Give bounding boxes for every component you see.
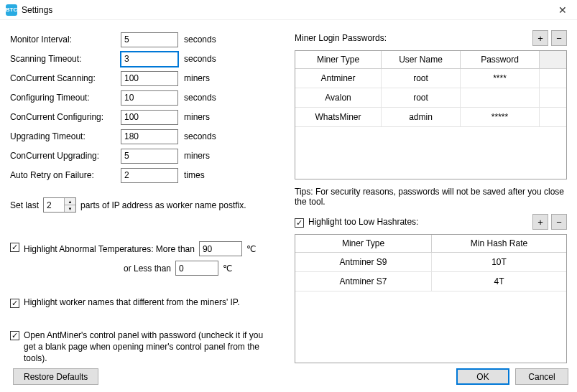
cancel-button[interactable]: Cancel	[515, 368, 568, 385]
highlight-low-hash-label: Highlight too Low Hashrates:	[308, 217, 418, 227]
login-header-blank	[540, 51, 566, 69]
setlast-spinner[interactable]: ▲ ▼	[43, 197, 76, 213]
upgrading-timeout-unit: seconds	[184, 131, 216, 141]
scanning-timeout-input[interactable]	[121, 52, 178, 67]
configuring-timeout-label: Configuring Timeout:	[10, 93, 121, 103]
upgrading-timeout-input[interactable]	[121, 129, 178, 144]
concurrent-scanning-label: ConCurrent Scanning:	[10, 73, 121, 83]
table-row: Antminer root ****	[295, 69, 566, 88]
table-row: Antminer S9 10T	[295, 253, 566, 272]
highlight-worker-checkbox[interactable]	[10, 299, 19, 308]
table-row: WhatsMiner admin *****	[295, 108, 566, 127]
concurrent-configuring-input[interactable]	[121, 110, 178, 125]
table-row: Antminer S7 4T	[295, 272, 566, 291]
monitor-interval-input[interactable]	[121, 32, 178, 47]
monitor-interval-label: Monitor Interval:	[10, 34, 121, 45]
login-header-type[interactable]: Miner Type	[295, 51, 382, 69]
hashrate-table[interactable]: Miner Type Min Hash Rate Antminer S9 10T…	[295, 234, 567, 363]
hash-remove-button[interactable]: −	[551, 214, 567, 230]
auto-retry-unit: times	[184, 170, 205, 180]
highlight-worker-label: Highlight worker names that different fr…	[24, 297, 240, 307]
concurrent-scanning-input[interactable]	[121, 71, 178, 86]
deg-c-2: ℃	[223, 263, 232, 274]
monitor-interval-unit: seconds	[184, 34, 216, 45]
open-panel-label: Open AntMiner's control panel with passw…	[24, 330, 275, 365]
highlight-temp-label: Highlight Abnormal Temperatures: More th…	[24, 244, 195, 254]
setlast-suffix: parts of IP address as worker name postf…	[80, 200, 246, 210]
concurrent-scanning-unit: miners	[184, 73, 210, 83]
setlast-input[interactable]	[44, 198, 64, 212]
configuring-timeout-input[interactable]	[121, 90, 178, 106]
upgrading-timeout-label: Upgrading Timeout:	[10, 131, 121, 141]
highlight-temp-checkbox[interactable]	[10, 243, 19, 252]
concurrent-configuring-label: ConCurrent Configuring:	[10, 112, 121, 122]
concurrent-upgrading-input[interactable]	[121, 149, 178, 164]
concurrent-upgrading-label: ConCurrent Upgrading:	[10, 151, 121, 161]
titlebar: BTC Settings ✕	[0, 0, 577, 20]
login-add-button[interactable]: +	[532, 30, 548, 46]
scanning-timeout-label: Scanning Timeout:	[10, 54, 121, 64]
login-header-pass[interactable]: Password	[461, 51, 540, 69]
deg-c-1: ℃	[246, 244, 256, 254]
hash-add-button[interactable]: +	[532, 214, 548, 230]
table-row: Avalon root	[295, 88, 566, 108]
temp-low-label: or Less than	[124, 263, 171, 274]
setlast-prefix: Set last	[10, 200, 39, 210]
scanning-timeout-unit: seconds	[184, 54, 216, 64]
concurrent-upgrading-unit: miners	[184, 151, 210, 161]
temp-low-input[interactable]	[175, 261, 218, 276]
hash-header-type[interactable]: Miner Type	[295, 235, 432, 253]
highlight-low-hash-checkbox[interactable]	[295, 218, 304, 228]
app-icon: BTC	[6, 4, 17, 16]
login-remove-button[interactable]: −	[551, 30, 567, 46]
login-header-user[interactable]: User Name	[382, 51, 461, 69]
chevron-down-icon[interactable]: ▼	[65, 205, 75, 212]
login-table[interactable]: Miner Type User Name Password Antminer r…	[295, 50, 567, 179]
auto-retry-label: Auto Retry on Failure:	[10, 170, 121, 180]
concurrent-configuring-unit: miners	[184, 112, 210, 122]
close-icon[interactable]: ✕	[554, 1, 571, 19]
auto-retry-input[interactable]	[121, 168, 178, 183]
ok-button[interactable]: OK	[456, 368, 509, 385]
tips-text: Tips: For security reasons, passwords wi…	[295, 187, 567, 207]
temp-high-input[interactable]	[199, 241, 242, 256]
hash-header-rate[interactable]: Min Hash Rate	[432, 235, 566, 253]
restore-defaults-button[interactable]: Restore Defaults	[13, 368, 98, 385]
chevron-up-icon[interactable]: ▲	[65, 198, 75, 205]
window-title: Settings	[22, 5, 554, 15]
login-passwords-label: Miner Login Passwords:	[295, 33, 530, 43]
open-panel-checkbox[interactable]	[10, 331, 19, 340]
configuring-timeout-unit: seconds	[184, 93, 216, 103]
